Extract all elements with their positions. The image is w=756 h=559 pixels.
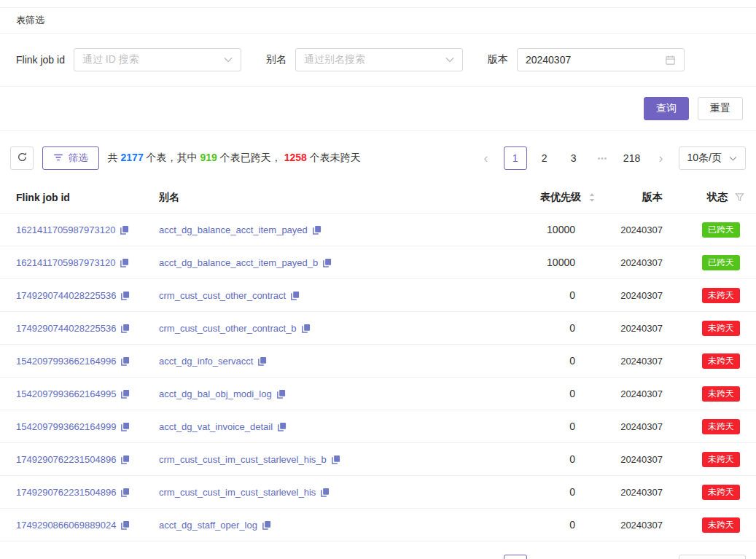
page-size-value: 10条/页	[687, 152, 722, 165]
job-id-cell: 1749290866069889024	[16, 520, 159, 531]
page-size-select[interactable]: 10条/页	[679, 555, 746, 559]
version-date-input[interactable]: 20240307	[517, 48, 685, 71]
filter-toggle-button[interactable]: 筛选	[42, 146, 99, 170]
copy-icon[interactable]	[120, 455, 130, 464]
job-id-link[interactable]: 1542097993662164999	[16, 421, 116, 432]
page-button-last[interactable]: 218	[620, 555, 644, 559]
copy-icon[interactable]	[120, 225, 129, 235]
alias-cell: acct_dg_balance_acct_item_payed_b	[159, 257, 486, 268]
next-page-button[interactable]: ›	[650, 146, 673, 170]
reset-button[interactable]: 重置	[698, 97, 743, 120]
filter-actions: 查询 重置	[0, 87, 756, 131]
table-toolbar: 筛选 共 2177 个表，其中 919 个表已跨天， 1258 个表未跨天 ‹ …	[10, 146, 746, 170]
version-cell: 20240307	[596, 290, 663, 301]
priority-cell: 0	[486, 453, 596, 465]
job-id-link[interactable]: 1621411705987973120	[16, 224, 115, 235]
flink-job-id-select[interactable]: 通过 ID 搜索	[74, 48, 241, 71]
filter-fields: Flink job id 通过 ID 搜索 别名 通过别名搜索 版本 20240…	[0, 34, 756, 87]
page-button-3[interactable]: 3	[562, 555, 585, 559]
sort-icon[interactable]	[588, 192, 596, 203]
search-button[interactable]: 查询	[644, 97, 689, 120]
page-button-3[interactable]: 3	[562, 146, 585, 170]
copy-icon[interactable]	[276, 389, 286, 399]
copy-icon[interactable]	[312, 225, 322, 235]
job-id-link[interactable]: 1749290744028225536	[16, 290, 116, 301]
alias-link[interactable]: acct_dg_staff_oper_log	[159, 520, 257, 531]
filter-field-flink-job-id: Flink job id 通过 ID 搜索	[16, 48, 241, 71]
alias-cell: crm_cust_cust_other_contract	[159, 290, 486, 301]
alias-link[interactable]: crm_cust_cust_im_cust_starlevel_his_b	[159, 454, 327, 465]
status-cell: 未跨天	[663, 321, 744, 336]
version-label: 版本	[488, 53, 508, 66]
chevron-down-icon	[729, 156, 737, 161]
table-row: 1542097993662164999 acct_dg_vat_invoice_…	[0, 410, 756, 443]
copy-icon[interactable]	[277, 422, 287, 431]
refresh-button[interactable]	[10, 146, 34, 170]
job-id-link[interactable]: 1749290866069889024	[16, 520, 116, 531]
page-button-1[interactable]: 1	[504, 146, 527, 170]
copy-icon[interactable]	[120, 422, 130, 431]
copy-icon[interactable]	[262, 520, 271, 530]
job-id-link[interactable]: 1749290762231504896	[16, 487, 116, 498]
page-size-select[interactable]: 10条/页	[679, 146, 746, 170]
job-id-link[interactable]: 1749290744028225536	[16, 323, 116, 334]
status-badge: 已跨天	[702, 222, 740, 238]
version-cell: 20240307	[596, 257, 663, 268]
prev-page-button[interactable]: ‹	[475, 555, 498, 559]
copy-icon[interactable]	[120, 389, 130, 399]
copy-icon[interactable]	[320, 488, 330, 497]
copy-icon[interactable]	[120, 356, 130, 366]
alias-link[interactable]: acct_dg_info_servacct	[159, 356, 253, 367]
job-id-link[interactable]: 1621411705987973120	[16, 257, 115, 268]
header-priority-label: 表优先级	[540, 191, 581, 204]
page-button-1[interactable]: 1	[504, 555, 527, 559]
job-id-cell: 1749290744028225536	[16, 290, 159, 301]
page-button-last[interactable]: 218	[620, 146, 644, 170]
version-cell: 20240307	[596, 520, 663, 531]
copy-icon[interactable]	[120, 258, 129, 267]
page-ellipsis[interactable]: •••	[591, 555, 615, 559]
job-id-link[interactable]: 1749290762231504896	[16, 454, 116, 465]
alias-cell: acct_dg_staff_oper_log	[159, 520, 486, 531]
page-button-2[interactable]: 2	[533, 146, 556, 170]
alias-link[interactable]: acct_dg_balance_acct_item_payed	[159, 224, 308, 235]
alias-link[interactable]: acct_dg_bal_obj_modi_log	[159, 388, 272, 399]
copy-icon[interactable]	[331, 455, 340, 464]
job-id-cell: 1542097993662164996	[16, 356, 159, 367]
footer-pagination-area: ‹ 1 2 3 ••• 218 › 10条/页	[0, 555, 746, 559]
alias-link[interactable]: crm_cust_cust_other_contract	[159, 290, 286, 301]
header-status-label: 状态	[707, 191, 728, 204]
page-button-2[interactable]: 2	[533, 555, 556, 559]
copy-icon[interactable]	[120, 291, 130, 300]
next-page-button[interactable]: ›	[650, 555, 673, 559]
alias-link[interactable]: crm_cust_cust_im_cust_starlevel_his	[159, 487, 316, 498]
version-cell: 20240307	[596, 388, 663, 399]
tables-table: Flink job id 别名 表优先级 版本 状态 1621411705987…	[0, 181, 756, 542]
funnel-filter-icon[interactable]	[735, 192, 744, 202]
table-row: 1749290762231504896 crm_cust_cust_im_cus…	[0, 443, 756, 476]
version-cell: 20240307	[596, 323, 663, 334]
copy-icon[interactable]	[120, 520, 130, 530]
alias-link[interactable]: acct_dg_vat_invoice_detail	[159, 421, 273, 432]
alias-link[interactable]: acct_dg_balance_acct_item_payed_b	[159, 257, 318, 268]
prev-page-button[interactable]: ‹	[475, 146, 498, 170]
table-row: 1621411705987973120 acct_dg_balance_acct…	[0, 246, 756, 279]
filter-icon	[53, 152, 63, 165]
alias-link[interactable]: crm_cust_cust_other_contract_b	[159, 323, 297, 334]
job-id-link[interactable]: 1542097993662164995	[16, 388, 116, 399]
summary-uncrossed-count: 1258	[284, 152, 307, 163]
job-id-link[interactable]: 1542097993662164996	[16, 356, 116, 367]
status-badge: 未跨天	[702, 452, 740, 467]
copy-icon[interactable]	[257, 356, 267, 366]
copy-icon[interactable]	[120, 488, 130, 497]
copy-icon[interactable]	[301, 324, 311, 333]
alias-select[interactable]: 通过别名搜索	[295, 48, 463, 71]
summary-text: 共	[108, 152, 121, 163]
status-cell: 未跨天	[663, 452, 744, 467]
copy-icon[interactable]	[120, 324, 130, 333]
filter-field-alias: 别名 通过别名搜索	[266, 48, 463, 71]
copy-icon[interactable]	[322, 258, 332, 267]
page-ellipsis[interactable]: •••	[591, 146, 615, 170]
copy-icon[interactable]	[290, 291, 300, 300]
status-badge: 未跨天	[702, 517, 740, 533]
